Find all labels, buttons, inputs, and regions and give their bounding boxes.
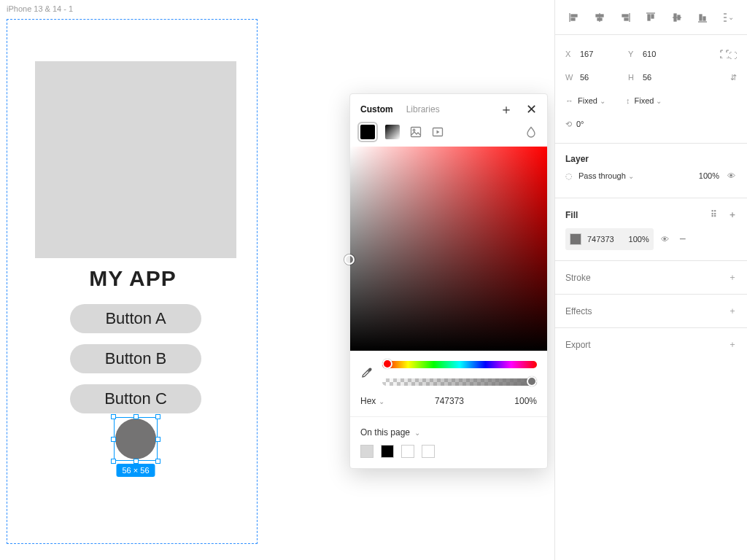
export-section: Export ＋ [555, 328, 747, 361]
horizontal-constraint-select[interactable]: Fixed ⌄ [578, 96, 622, 105]
w-label: W [565, 73, 576, 82]
align-top-icon[interactable] [645, 12, 657, 23]
design-button-c-label: Button C [104, 389, 167, 408]
add-fill-button[interactable]: ＋ [728, 209, 737, 219]
page-swatch[interactable] [381, 445, 394, 458]
vertical-constraint-icon: ↕ [626, 96, 630, 105]
resize-handle[interactable] [133, 414, 139, 419]
hex-input[interactable]: 747373 [392, 396, 508, 406]
transform-section: X 167 Y 610 ⛶ W 56 H 56 ⇵ ↔ Fixed ⌄ ↕ Fi… [555, 35, 747, 144]
remove-fill-button[interactable]: − [677, 233, 689, 246]
page-swatch[interactable] [422, 445, 435, 458]
layer-heading: Layer [565, 154, 737, 164]
page-swatch[interactable] [401, 445, 414, 458]
fill-type-gradient[interactable] [385, 125, 400, 139]
image-placeholder[interactable] [35, 61, 236, 258]
style-grid-icon[interactable]: ⠿ [711, 209, 717, 219]
horizontal-constraint-icon: ↔ [565, 96, 573, 105]
design-button-a-label: Button A [105, 309, 166, 328]
design-button-a[interactable]: Button A [70, 304, 201, 333]
fill-entry[interactable]: 747373 100% [565, 228, 654, 250]
eyedropper-icon[interactable] [360, 366, 374, 381]
fill-swatch[interactable] [570, 233, 581, 245]
blend-mode-icon[interactable] [525, 126, 537, 138]
app-title-text[interactable]: MY APP [7, 266, 258, 291]
color-picker-popover: Custom Libraries ＋ ✕ Hex ⌄ 747373 [349, 93, 548, 469]
resize-handle[interactable] [155, 459, 160, 464]
svg-rect-8 [597, 18, 602, 20]
sv-cursor[interactable] [344, 254, 355, 265]
stroke-section: Stroke ＋ [555, 261, 747, 295]
align-bottom-icon[interactable] [697, 12, 708, 23]
alignment-toolbar: ⌄ [555, 0, 747, 35]
alpha-input[interactable]: 100% [514, 396, 537, 406]
design-button-b[interactable]: Button B [70, 344, 201, 373]
frame-label[interactable]: iPhone 13 & 14 - 1 [7, 4, 73, 13]
blend-mode-select[interactable]: Pass through ⌄ [578, 171, 681, 180]
picker-tab-custom[interactable]: Custom [360, 104, 393, 114]
svg-point-1 [413, 129, 415, 131]
svg-rect-14 [651, 15, 654, 18]
add-stroke-button[interactable]: ＋ [728, 271, 737, 284]
y-input[interactable]: 610 [643, 50, 686, 58]
resize-handle[interactable] [111, 459, 116, 464]
w-input[interactable]: 56 [580, 73, 624, 82]
fill-type-solid[interactable] [360, 125, 375, 139]
design-button-c[interactable]: Button C [70, 384, 201, 413]
layer-section: Layer ◌ Pass through ⌄ 100% 👁 [555, 144, 747, 198]
color-format-select[interactable]: Hex ⌄ [360, 396, 384, 406]
svg-rect-13 [648, 15, 650, 20]
on-this-page-toggle[interactable]: On this page ⌄ [360, 427, 537, 438]
hue-thumb[interactable] [382, 359, 392, 369]
vertical-constraint-select[interactable]: Fixed ⌄ [635, 96, 678, 105]
alpha-slider[interactable] [382, 378, 537, 386]
h-label: H [628, 73, 638, 82]
align-hcenter-icon[interactable] [594, 12, 605, 23]
h-input[interactable]: 56 [643, 73, 686, 82]
fill-hex-input[interactable]: 747373 [587, 235, 614, 244]
design-frame[interactable]: MY APP Button A Button B Button C 56 × 5… [7, 19, 258, 544]
resize-handle[interactable] [155, 414, 160, 419]
rotation-input[interactable]: 0° [576, 120, 620, 128]
selection-outline [114, 417, 158, 461]
resize-handle[interactable] [155, 437, 160, 442]
distribute-icon[interactable]: ⌄ [722, 12, 734, 23]
resize-handle[interactable] [111, 437, 116, 442]
page-swatch[interactable] [360, 445, 374, 458]
svg-rect-4 [571, 15, 577, 17]
add-style-button[interactable]: ＋ [500, 103, 513, 116]
resize-handle[interactable] [133, 459, 139, 464]
constrain-proportions-icon[interactable]: ⇵ [730, 73, 737, 82]
add-effect-button[interactable]: ＋ [728, 305, 737, 317]
export-heading: Export [565, 340, 591, 350]
x-label: X [565, 50, 576, 58]
picker-tab-libraries[interactable]: Libraries [406, 104, 440, 114]
layer-opacity-input[interactable]: 100% [687, 171, 719, 180]
add-export-button[interactable]: ＋ [728, 338, 737, 351]
close-picker-button[interactable]: ✕ [526, 103, 537, 116]
svg-rect-10 [622, 15, 628, 17]
align-left-icon[interactable] [568, 12, 580, 23]
x-input[interactable]: 167 [580, 50, 624, 58]
fill-type-video-icon[interactable] [432, 126, 444, 138]
fill-visibility-icon[interactable]: 👁 [659, 235, 671, 244]
align-to-pixel-icon[interactable]: ⛶ [719, 48, 737, 60]
align-vcenter-icon[interactable] [671, 12, 683, 23]
visibility-toggle-icon[interactable]: 👁 [725, 171, 737, 180]
design-button-b-label: Button B [105, 349, 166, 368]
saturation-value-area[interactable] [350, 147, 547, 351]
selection-size-badge: 56 × 56 [116, 464, 155, 477]
resize-handle[interactable] [111, 414, 116, 419]
inspector-panel: ⌄ X 167 Y 610 ⛶ W 56 H 56 ⇵ ↔ Fixed ⌄ ↕ … [554, 0, 747, 560]
fill-opacity-input[interactable]: 100% [620, 235, 649, 244]
effects-section: Effects ＋ [555, 295, 747, 328]
effects-heading: Effects [565, 306, 592, 316]
svg-rect-20 [703, 17, 705, 20]
selected-element[interactable]: 56 × 56 [114, 417, 158, 461]
svg-rect-16 [674, 14, 676, 21]
fill-type-image-icon[interactable] [410, 126, 422, 138]
hue-slider[interactable] [382, 361, 537, 368]
svg-rect-7 [596, 15, 603, 17]
align-right-icon[interactable] [619, 12, 631, 23]
alpha-thumb[interactable] [527, 376, 537, 386]
